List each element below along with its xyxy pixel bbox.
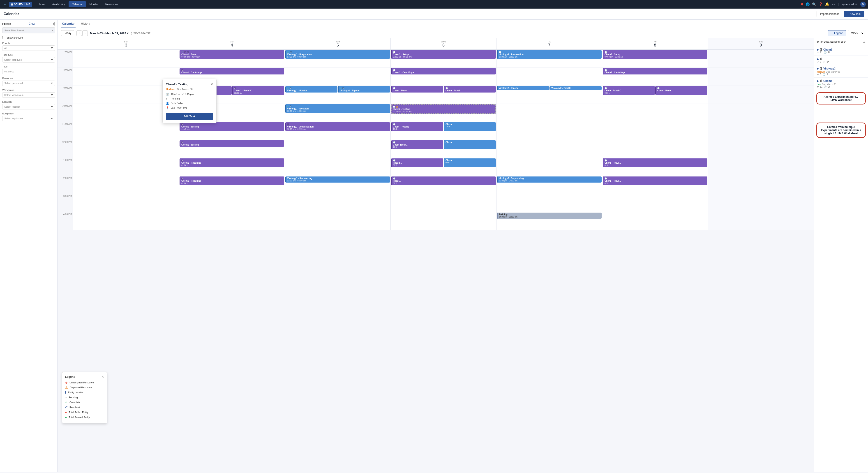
cell-wed-1100[interactable]: 🕐 Chem - Testing 11:4... Chem Testi... xyxy=(391,122,496,140)
more-options-icon[interactable]: ⋮ xyxy=(863,48,865,51)
cell-tue-800[interactable] xyxy=(285,68,391,86)
cell-wed-1500[interactable] xyxy=(391,194,496,212)
task-chem1-resulting2-mon[interactable]: 6 Chem1 - Resulting 02:00 p... xyxy=(180,176,284,185)
tooltip-close-button[interactable]: ✕ xyxy=(211,82,213,86)
collapse-sidebar-button[interactable]: ⟨| xyxy=(53,22,55,26)
cell-sat-1200[interactable] xyxy=(708,140,814,158)
task-chem3-result-fri[interactable]: 🕐 Chem - Resul... 01:3... xyxy=(603,158,707,167)
cell-fri-1000[interactable] xyxy=(602,104,708,122)
cell-thu-1100[interactable] xyxy=(496,122,602,140)
nav-tab-calendar[interactable]: Calendar xyxy=(69,1,86,7)
cell-thu-800[interactable] xyxy=(496,68,602,86)
more-options-icon-c4[interactable]: ⋮ xyxy=(863,80,865,83)
cell-tue-700[interactable]: ✓ 8 Virology1 - Preparation 07:00 am - 0… xyxy=(285,50,391,68)
task-virology1-pipette-tue-2[interactable]: ✓ 4 Virology1 - Pipette xyxy=(338,86,390,92)
globe-icon[interactable]: 🌐 xyxy=(806,2,810,6)
task-chem-panelc-fri-1[interactable]: 🕐 Chem - Panel C 09:3... xyxy=(603,86,655,95)
task-chem3-setup-fri[interactable]: 🕐 Chem3 - Setup 07:00 am - 08:00 am xyxy=(603,50,707,59)
task-chem3-result2-fri[interactable]: 🕐 Chem - Resul... 02:3... xyxy=(603,176,707,185)
cell-sat-1400[interactable] xyxy=(708,176,814,194)
task-virology2-pipette-thu-1[interactable]: Virology2 - Pipette xyxy=(497,86,549,90)
task-chem1-testing-tue[interactable]: 1 Virology1 - Amplification 12:15 pm - 0… xyxy=(285,122,390,131)
search-icon[interactable]: 🔍 xyxy=(812,2,816,6)
cell-fri-900[interactable]: 🕐 Chem - Panel C 09:3... 🕐 Chem - Panel xyxy=(602,86,708,104)
cell-sat-800[interactable] xyxy=(708,68,814,86)
task-virology2-prep-thu[interactable]: 🕐 Virology2 - Preparation 07:00 am - 09:… xyxy=(497,50,601,59)
cell-mon-1100[interactable]: 3 Chem1 - Testing 11:45 a... xyxy=(179,122,285,140)
task-type-select[interactable]: Select task type xyxy=(2,57,55,62)
task-chem3-centrifuge-fri[interactable]: 🕐 Chem3 - Centrifuge xyxy=(603,68,707,75)
unscheduled-item-virology3[interactable]: ▶ ⛓ Virology3 ⋮ Medium Due March 08 ⇌ 6 … xyxy=(814,65,868,78)
nav-tab-tasks[interactable]: Tasks xyxy=(35,1,49,7)
edit-task-button[interactable]: Edit Task xyxy=(166,113,213,120)
more-options-icon-2[interactable]: ⋮ xyxy=(863,58,865,61)
task-virology1-pipette-tue-1[interactable]: ✓ 4 Virology1 - Pipette xyxy=(285,86,337,92)
filter-preset-dropdown[interactable]: Save Filter Preset ▾ xyxy=(2,27,55,33)
cell-sat-700[interactable] xyxy=(708,50,814,68)
user-avatar[interactable]: SA xyxy=(860,2,866,7)
help-icon[interactable]: ❓ xyxy=(818,2,823,6)
task-virology1-isolation-tue[interactable]: ✓ 8 Virology1 - Isolation 10:30 am - 12:… xyxy=(285,104,390,113)
nav-tab-resources[interactable]: Resources xyxy=(102,1,121,7)
cell-sun-1100[interactable] xyxy=(73,122,179,140)
cell-mon-1200[interactable]: 6 Chem1 - Testing xyxy=(179,140,285,158)
cell-sat-1000[interactable] xyxy=(708,104,814,122)
tab-history[interactable]: History xyxy=(80,20,91,28)
task-chem2-centrifuge-wed[interactable]: 🕐 Chem2 - Centrifuge xyxy=(391,68,496,75)
task-virology1-sequencing-tue[interactable]: Virology1 - Sequencing 02:30 pm - 04:00 … xyxy=(285,176,390,183)
today-button[interactable]: Today xyxy=(61,30,74,36)
cell-sun-1200[interactable] xyxy=(73,140,179,158)
prev-week-button[interactable]: ‹ xyxy=(76,30,82,36)
cell-wed-700[interactable]: 🕐 Chem2 - Setup 07:00 am - 08:00 am xyxy=(391,50,496,68)
cell-wed-1300[interactable]: 🕐 Result... 01:0... Chem 02:0... xyxy=(391,158,496,176)
week-view-select[interactable]: Week xyxy=(848,30,864,36)
cell-sun-1400[interactable] xyxy=(73,176,179,194)
task-chem-result-wed2[interactable]: Chem xyxy=(444,140,496,149)
task-chem2-testing-wed-11[interactable]: 🕐 Chem - Testing 11:4... xyxy=(391,122,443,131)
cell-mon-1400[interactable]: 6 Chem1 - Resulting 02:00 p... xyxy=(179,176,285,194)
location-select[interactable]: Select location xyxy=(2,104,55,110)
collapse-right-button[interactable]: ➡ xyxy=(863,40,865,44)
cell-tue-1300[interactable] xyxy=(285,158,391,176)
task-training-thu[interactable]: Training 04:00 pm - 05:30 pm xyxy=(497,213,601,219)
cell-fri-1200[interactable] xyxy=(602,140,708,158)
cell-wed-1600[interactable] xyxy=(391,212,496,230)
cell-wed-800[interactable]: 🕐 Chem2 - Centrifuge xyxy=(391,68,496,86)
cell-sat-1300[interactable] xyxy=(708,158,814,176)
tab-calendar[interactable]: Calendar xyxy=(61,20,75,28)
task-chem1-testing-mon[interactable]: 3 Chem1 - Testing 11:45 a... xyxy=(180,122,284,131)
unscheduled-item-2[interactable]: ▶ ⛓ ⋮ ⇌ 6 🕐 9h xyxy=(814,56,868,65)
tags-input[interactable] xyxy=(2,69,55,74)
task-chem-panel-wed-1[interactable]: 🕐 Chem - Panel xyxy=(391,86,443,92)
equipment-select[interactable]: Select equipment xyxy=(2,116,55,121)
back-button[interactable]: ← xyxy=(2,1,8,7)
filters-clear[interactable]: Clear xyxy=(29,22,35,25)
next-week-button[interactable]: › xyxy=(82,30,88,36)
cell-wed-1200[interactable]: 🕐 Chem Testin... 12:1... Chem xyxy=(391,140,496,158)
date-range[interactable]: March 03 - March 09, 2024 ▾ xyxy=(90,32,129,35)
cell-sun-1300[interactable] xyxy=(73,158,179,176)
task-chem1-resulting-mon[interactable]: 3 Chem1 - Resulting 01:30 p... xyxy=(180,158,284,167)
cell-thu-1300[interactable] xyxy=(496,158,602,176)
cell-sat-1100[interactable] xyxy=(708,122,814,140)
cell-fri-1300[interactable]: 🕐 Chem - Resul... 01:3... xyxy=(602,158,708,176)
new-task-button[interactable]: + New Task xyxy=(844,11,864,17)
legend-close-button[interactable]: ✕ xyxy=(101,375,104,379)
task-virology2-pipette-thu-2[interactable]: Virology2 - Pipette xyxy=(550,86,601,90)
task-chem1-panelc-mon[interactable]: 6 Chem1 - Panel C 09:30 a... xyxy=(232,86,284,95)
cell-mon-1500[interactable] xyxy=(179,194,285,212)
cell-fri-1100[interactable] xyxy=(602,122,708,140)
task-chem-result-wed-14[interactable]: 🕐 Resul... 02:0... xyxy=(391,176,496,185)
workgroup-select[interactable]: Select workgroup xyxy=(2,92,55,98)
cell-tue-1600[interactable] xyxy=(285,212,391,230)
unscheduled-item-chem4[interactable]: ▶ ⛓ Chem4 ⋮ Low Due March 08 ⇌ 11 🕐 xyxy=(814,78,868,90)
cell-fri-1500[interactable] xyxy=(602,194,708,212)
task-chem-panel-wed-2[interactable]: 🕐 Chem - Panel xyxy=(444,86,496,92)
legend-button[interactable]: ☰ Legend xyxy=(828,30,846,36)
cell-sat-900[interactable] xyxy=(708,86,814,104)
personnel-select[interactable]: Select personnel xyxy=(2,81,55,86)
nav-tab-monitor[interactable]: Monitor xyxy=(86,1,102,7)
import-calendar-button[interactable]: Import calendar xyxy=(816,11,842,17)
cell-sat-1600[interactable] xyxy=(708,212,814,230)
cell-tue-1200[interactable] xyxy=(285,140,391,158)
